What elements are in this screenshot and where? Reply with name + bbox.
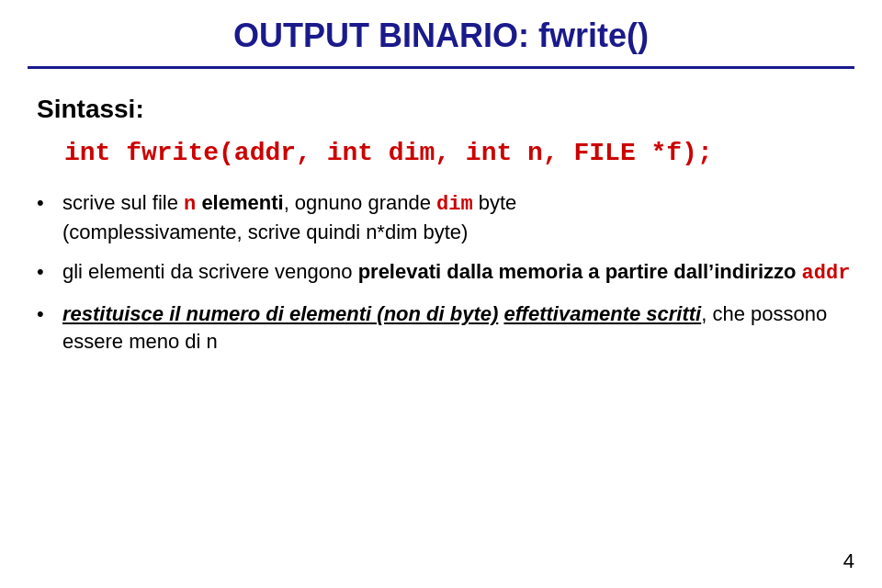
code-dim: dim [436,193,473,216]
text-normal: , ognuno grande [284,191,436,214]
text-normal: scrive sul file [62,191,184,214]
bullet-list: scrive sul file n elementi, ognuno grand… [37,189,854,355]
list-item: gli elementi da scrivere vengono preleva… [37,258,854,288]
list-item: restituisce il numero di elementi (non d… [37,300,854,355]
slide-title: OUTPUT BINARIO: fwrite() [28,17,854,55]
text-italic-bold: restituisce il numero di elementi (non d… [62,302,498,325]
text-bold: elementi [201,191,283,214]
text-bold: prelevati dalla memoria a partire dall’i… [358,260,802,283]
text-sub: (complessivamente, scrive quindi n*dim b… [62,220,468,243]
text-normal: gli elementi da scrivere vengono [62,260,358,283]
code-addr: addr [802,262,851,285]
syntax-label: Sintassi: [37,95,854,124]
title-area: OUTPUT BINARIO: fwrite() [28,0,854,69]
syntax-code: int fwrite(addr, int dim, int n, FILE *f… [64,139,854,167]
text-normal: byte [473,191,517,214]
page-number: 4 [843,549,854,573]
code-n: n [184,193,196,216]
slide-container: OUTPUT BINARIO: fwrite() Sintassi: int f… [0,0,882,588]
text-italic-bold-2: effettivamente scritti [503,302,701,325]
list-item: scrive sul file n elementi, ognuno grand… [37,189,854,245]
